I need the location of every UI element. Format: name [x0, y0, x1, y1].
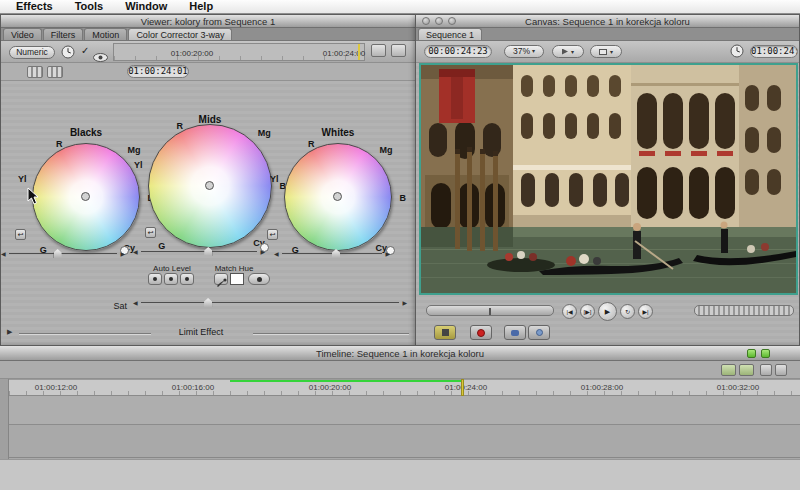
slider-left-arrow-icon[interactable]: ◀ [274, 250, 279, 257]
whites-wheel-disc[interactable] [284, 143, 392, 251]
play-button[interactable]: ▶ [598, 302, 617, 321]
viewer-current-timecode-field[interactable]: 01:00:24:01 [127, 65, 189, 78]
enable-checkmark-icon[interactable]: ✓ [81, 45, 89, 56]
blacks-level-slider[interactable]: ◀ ▶ [9, 249, 117, 259]
viewer-zoom-button[interactable] [391, 44, 406, 57]
slider-right-arrow-icon[interactable]: ▶ [385, 250, 390, 257]
previous-edit-button[interactable]: |◀ [562, 304, 577, 319]
drag-audio-icon[interactable] [47, 66, 63, 78]
clip-keyframes-toggle[interactable] [747, 349, 756, 358]
clip-overlays-toggle[interactable] [761, 349, 770, 358]
zoom-level-value: 37% [513, 46, 530, 57]
limit-effect-label: Limit Effect [179, 327, 223, 337]
next-edit-button[interactable]: ▶| [638, 304, 653, 319]
reset-match-color-button[interactable] [248, 273, 270, 285]
slider-left-arrow-icon[interactable]: ◀ [1, 250, 6, 257]
tab-motion[interactable]: Motion [84, 28, 127, 40]
ruler-tick-label: 01:00:16:00 [172, 383, 214, 392]
tab-video[interactable]: Video [3, 28, 42, 40]
menu-effects[interactable]: Effects [16, 0, 53, 13]
auto-white-level-button[interactable] [180, 273, 194, 285]
drag-filmstrip-icon[interactable] [27, 66, 43, 78]
replace-edit-button[interactable] [528, 325, 550, 340]
tab-color-corrector-3way[interactable]: Color Corrector 3-way [128, 28, 232, 40]
audio-track-row[interactable] [9, 426, 800, 458]
blacks-slider-thumb[interactable] [54, 249, 62, 258]
ruler-tick-label: 01:00:12:00 [35, 383, 77, 392]
insert-edit-button[interactable] [434, 325, 456, 340]
mids-wheel-disc[interactable] [148, 124, 272, 248]
tab-filters[interactable]: Filters [43, 28, 84, 40]
video-track-row[interactable] [9, 396, 800, 425]
viewer-playhead[interactable] [358, 44, 360, 60]
whites-wheel-puck[interactable] [333, 192, 342, 201]
zoom-window-icon[interactable] [448, 17, 456, 25]
clock-icon[interactable] [61, 45, 75, 59]
snapping-toggle[interactable] [760, 364, 772, 376]
timeline-playhead[interactable] [461, 379, 464, 396]
minimize-icon[interactable] [435, 17, 443, 25]
menu-help[interactable]: Help [189, 0, 213, 13]
marker-dropdown[interactable]: ▾ [552, 45, 584, 58]
add-marker-button[interactable] [470, 325, 492, 340]
canvas-toolbar: 00:00:24:23 37% ▾ ▾ ▾ 01:00:24:23 [416, 41, 799, 63]
canvas-titlebar[interactable]: Canvas: Sequence 1 in korekcja koloru [416, 15, 799, 28]
eyedropper-icon[interactable] [214, 273, 228, 285]
tab-sequence-1[interactable]: Sequence 1 [418, 28, 482, 40]
timeline-tracks[interactable] [9, 396, 800, 459]
eye-icon[interactable] [93, 48, 108, 57]
blacks-reset-button[interactable]: ↩ [15, 229, 26, 240]
mids-color-wheel[interactable]: R Mg B Cy G Yl [134, 110, 286, 262]
slider-track [141, 302, 399, 303]
viewer-mini-timeline-ruler[interactable]: 01:00:20:00 01:00:24:00 [113, 43, 365, 61]
mids-reset-button[interactable]: ↩ [145, 227, 156, 238]
blacks-wheel-puck[interactable] [81, 192, 90, 201]
blacks-wheel-disc[interactable] [32, 143, 140, 251]
timeline-titlebar[interactable]: Timeline: Sequence 1 in korekcja koloru [0, 346, 800, 361]
divider [253, 333, 409, 335]
jog-control[interactable] [694, 305, 794, 316]
slider-right-arrow-icon[interactable]: ▶ [402, 299, 407, 306]
view-options-dropdown[interactable]: ▾ [590, 45, 622, 58]
color-corrector-panel: Blacks R Mg B Cy G Yl Mids R Mg B Cy G Y… [1, 81, 415, 347]
clock-icon[interactable] [730, 44, 744, 58]
whites-level-slider[interactable]: ◀ ▶ [282, 249, 382, 259]
shuttle-control[interactable] [426, 305, 554, 316]
menu-tools[interactable]: Tools [75, 0, 104, 13]
slider-left-arrow-icon[interactable]: ◀ [133, 299, 138, 306]
saturation-slider[interactable]: ◀ ▶ [141, 298, 399, 308]
slider-left-arrow-icon[interactable]: ◀ [133, 248, 138, 255]
canvas-current-timecode-field[interactable]: 01:00:24:23 [750, 45, 798, 58]
match-hue-label: Match Hue [215, 264, 254, 273]
viewer-titlebar[interactable]: Viewer: kolory from Sequence 1 [1, 15, 415, 28]
whites-color-wheel[interactable]: R Mg B Cy G Yl [270, 129, 406, 265]
play-around-button[interactable]: ↻ [620, 304, 635, 319]
zoom-level-dropdown[interactable]: 37% ▾ [504, 45, 544, 58]
limit-effect-disclosure-icon[interactable]: ▶ [7, 328, 12, 336]
overwrite-edit-button[interactable] [504, 325, 526, 340]
saturation-slider-thumb[interactable] [204, 298, 212, 307]
mids-slider-thumb[interactable] [204, 247, 212, 256]
button-glyph [169, 277, 173, 281]
menu-window[interactable]: Window [125, 0, 167, 13]
auto-black-level-button[interactable] [148, 273, 162, 285]
mids-level-slider[interactable]: ◀ ▶ [141, 247, 257, 257]
track-layout-button[interactable] [739, 364, 754, 376]
match-color-swatch[interactable] [230, 273, 244, 285]
slider-right-arrow-icon[interactable]: ▶ [120, 250, 125, 257]
track-height-button[interactable] [721, 364, 736, 376]
numeric-button[interactable]: Numeric [9, 46, 55, 59]
viewer-mark-button[interactable] [371, 44, 386, 57]
slider-right-arrow-icon[interactable]: ▶ [260, 248, 265, 255]
linking-toggle[interactable] [775, 364, 787, 376]
auto-contrast-button[interactable] [164, 273, 178, 285]
play-in-to-out-button[interactable]: [▶] [580, 304, 595, 319]
view-icon [599, 49, 607, 55]
whites-reset-button[interactable]: ↩ [267, 229, 278, 240]
canvas-duration-timecode-field[interactable]: 00:00:24:23 [424, 45, 492, 58]
whites-slider-thumb[interactable] [332, 249, 340, 258]
canvas-video-frame[interactable] [419, 63, 798, 295]
mids-wheel-puck[interactable] [205, 181, 214, 190]
saturation-label: Sat [101, 301, 127, 311]
close-icon[interactable] [422, 17, 430, 25]
